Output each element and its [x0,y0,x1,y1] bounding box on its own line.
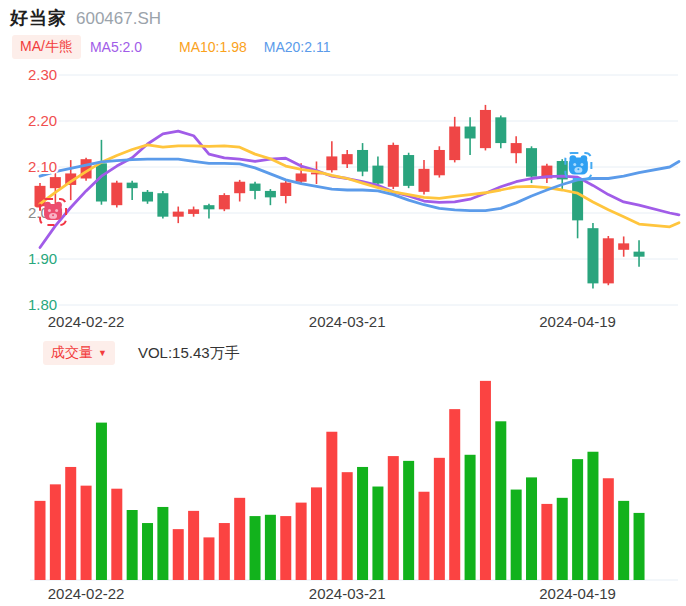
candle-body [127,183,138,189]
candle-body [618,243,629,249]
volume-bar [403,461,414,580]
bear-marker-icon[interactable] [565,153,591,179]
candle-body [603,238,614,283]
candle-body [480,110,491,148]
volume-bar [188,511,199,580]
volume-bar [280,516,291,580]
candle-body [434,150,445,175]
candle-body [388,145,399,187]
ma-lines [40,131,679,247]
volume-bar [265,515,276,580]
candle-body [203,205,214,209]
volume-bar [465,455,476,580]
candle-body [111,183,122,206]
volume-bar [296,503,307,580]
volume-bar [219,523,230,580]
volume-bar [35,501,46,580]
ma-mode-selector-button[interactable]: MA/牛熊 [12,35,81,59]
candle-body [634,252,645,257]
volume-bar [173,529,184,580]
volume-bar [65,467,76,580]
ma-legend-row: MA/牛熊 MA5:2.0 MA10:1.98 MA20:2.11 [12,35,330,59]
volume-bar [572,459,583,580]
volume-bar [603,478,614,580]
candle-body [419,169,430,192]
volume-bar [618,501,629,580]
volume-bar [511,490,522,580]
volume-selector-label: 成交量 [51,344,93,362]
ma20-value-label: MA20:2.11 [264,39,331,55]
volume-bar [96,423,107,580]
price-axis-label: 2.10 [28,158,57,175]
volume-bar [526,477,537,580]
volume-series [35,381,645,580]
stock-chart-app: 2.302.202.102.001.901.802024-02-222024-0… [0,0,686,606]
volume-bar [449,409,460,580]
volume-bar [434,458,445,580]
volume-bar [388,456,399,580]
candle-body [403,155,414,186]
candlestick-series [35,105,645,289]
volume-bar [127,510,138,580]
date-axis-label: 2024-02-22 [48,313,125,330]
volume-bar [311,487,322,580]
bull-marker-eye [55,209,58,212]
candle-body [465,127,476,139]
volume-bar [203,537,214,580]
volume-bar [142,523,153,580]
volume-indicator-selector-button[interactable]: 成交量 ▼ [43,341,115,365]
candle-body [296,173,307,181]
candle-body [572,181,583,221]
date-axis-label: 2024-03-21 [309,313,386,330]
bear-marker-eye [573,163,576,166]
candle-body [495,117,506,143]
price-axis-label: 2.30 [28,66,57,83]
volume-date-axis-label: 2024-04-19 [539,585,616,602]
volume-bar [50,484,61,580]
candle-body [449,127,460,161]
ma10-value-label: MA10:1.98 [179,39,247,55]
volume-bar [81,486,92,580]
bull-marker-eye [48,209,51,212]
candle-body [326,156,337,170]
bear-marker-nose [577,168,579,170]
candle-body [280,183,291,196]
volume-bar [372,487,383,580]
candle-body [188,209,199,214]
candle-body [587,228,598,283]
volume-date-axis-label: 2024-03-21 [309,585,386,602]
candle-body [526,148,537,177]
latest-volume-label: VOL:15.43万手 [138,344,240,363]
price-axis-label: 2.20 [28,112,57,129]
volume-bar [326,432,337,580]
candle-body [142,192,153,202]
volume-bar [541,504,552,580]
price-axis-label: 1.90 [28,250,57,267]
bear-marker-eye [580,163,583,166]
volume-bar [111,489,122,580]
candle-body [511,143,522,153]
candle-body [265,191,276,197]
volume-bar [234,498,245,580]
candle-body [173,212,184,217]
stock-chart-canvas: 2.302.202.102.001.901.802024-02-222024-0… [0,0,686,606]
volume-bar [342,472,353,580]
candle-body [219,195,230,209]
candle-body [157,193,168,216]
candle-body [96,163,107,201]
volume-legend-row: 成交量 ▼ VOL:15.43万手 [43,341,240,365]
candle-body [50,177,61,188]
stock-name: 好当家 [10,6,67,30]
chart-header: 好当家 600467.SH [10,6,161,30]
date-axis-label: 2024-04-19 [539,313,616,330]
bull-marker-nose [52,214,54,216]
volume-bar [557,498,568,580]
volume-bar [419,492,430,580]
volume-date-axis-label: 2024-02-22 [48,585,125,602]
price-axis-label: 1.80 [28,296,57,313]
chevron-down-icon: ▼ [98,348,107,358]
volume-bar [587,452,598,580]
volume-bar [495,421,506,580]
volume-bar [357,467,368,580]
volume-bar [634,513,645,580]
